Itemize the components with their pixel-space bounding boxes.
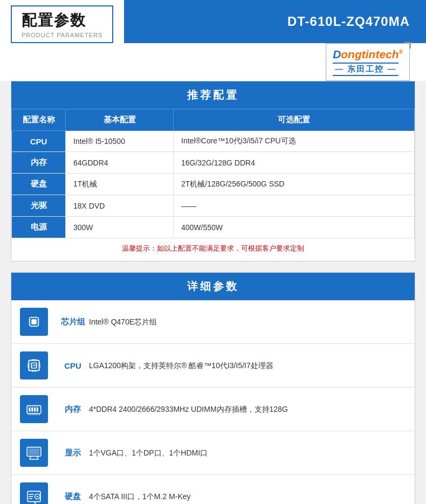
header: 配置参数 PRODUCT PARAMETERS DT-610L-ZQ470MA (0, 0, 426, 43)
svg-rect-32 (31, 408, 33, 412)
model-banner: DT-610L-ZQ470MA (124, 0, 426, 43)
row-label: CPU (12, 131, 66, 152)
detail-title: 详细参数 (187, 280, 239, 292)
row-label: 内存 (12, 152, 66, 174)
svg-line-43 (30, 456, 31, 459)
svg-rect-1 (31, 319, 37, 325)
table-row: CPU Intel® I5-10500 Intel®Core™10代i3/i5/… (12, 131, 415, 152)
page-subtitle: PRODUCT PARAMETERS (22, 32, 102, 38)
optional-config-cell: —— (174, 195, 415, 217)
detail-row-storage: 9 硬盘 4个SATA III口，1个M.2 M-Key (11, 475, 415, 504)
page-title: 配置参数 (22, 10, 102, 31)
optional-config-cell: Intel®Core™10代i3/i5/i7 CPU可选 (174, 131, 415, 152)
detail-row-display: 显示 1个VGA口、1个DP口、1个HDMI口 (11, 431, 415, 475)
detail-value-chipset: Intel® Q470E芯片组 (89, 316, 406, 328)
optional-config-cell: 16G/32G/128G DDR4 (174, 152, 415, 174)
detail-value-display: 1个VGA口、1个DP口、1个HDMI口 (89, 447, 406, 459)
svg-text:CPU: CPU (31, 364, 37, 367)
logo-area: Dongtintech® — 东田工控 — (0, 43, 426, 81)
detail-value-storage: 4个SATA III口，1个M.2 M-Key (89, 491, 406, 502)
svg-line-44 (37, 456, 38, 459)
svg-point-49 (37, 495, 38, 497)
detail-label-cpu: CPU (57, 361, 89, 370)
detail-row-memory: 内存 4*DDR4 2400/2666/2933MHz UDIMM内存插槽，支持… (11, 388, 415, 431)
row-label: 光驱 (12, 195, 66, 217)
chip-icon (20, 308, 48, 336)
config-table: 配置名称 基本配置 可选配置 CPU Intel® I5-10500 Intel… (11, 109, 415, 238)
svg-rect-33 (34, 408, 36, 412)
detail-label-storage: 硬盘 (57, 492, 89, 502)
optional-config-cell: 2T机械/128G/256G/500G SSD (174, 174, 415, 195)
detail-row-cpu: CPU CPU LGA1200构架，支持英特尔® 酷睿™10代I3/I5/I7处… (11, 344, 415, 388)
table-row: 电源 300W 400W/550W (12, 217, 415, 238)
recommended-title: 推荐配置 (187, 89, 239, 101)
detail-row-chipset: 芯片组 Intel® Q470E芯片组 (11, 300, 415, 344)
optional-config-cell: 400W/550W (174, 217, 415, 238)
logo-sub: — 东田工控 — (333, 63, 398, 76)
model-number: DT-610L-ZQ470MA (287, 14, 410, 29)
svg-rect-34 (37, 408, 38, 412)
col-header-name: 配置名称 (12, 109, 66, 131)
notice-text: 温馨提示：如以上配置不能满足要求，可根据客户要求定制 (11, 238, 415, 261)
table-row: 内存 64GDDR4 16G/32G/128G DDR4 (12, 152, 415, 174)
basic-config-cell: 64GDDR4 (66, 152, 174, 174)
logo-frame: Dongtintech® — 东田工控 — (326, 43, 410, 81)
svg-rect-31 (29, 408, 30, 412)
svg-text:9: 9 (34, 500, 36, 504)
logo-brand: Dongtintech® (333, 48, 403, 61)
recommended-header: 推荐配置 (11, 81, 415, 109)
hdd-icon: 9 (20, 482, 48, 504)
recommended-section: 推荐配置 配置名称 基本配置 可选配置 CPU Intel® I5-10500 … (11, 81, 415, 261)
table-row: 光驱 18X DVD —— (12, 195, 415, 217)
detail-value-cpu: LGA1200构架，支持英特尔® 酷睿™10代I3/I5/I7处理器 (89, 360, 406, 371)
display-icon (20, 439, 48, 467)
memory-icon (20, 395, 48, 423)
detail-label-memory: 内存 (57, 404, 89, 415)
basic-config-cell: 1T机械 (66, 174, 174, 195)
detail-section: 详细参数 芯片组 Intel® Q470E芯片组 CPU (11, 272, 415, 504)
title-box: 配置参数 PRODUCT PARAMETERS (11, 5, 113, 43)
detail-header: 详细参数 (11, 273, 415, 300)
svg-rect-46 (29, 448, 40, 455)
cpu-icon: CPU (20, 351, 48, 379)
table-row: 硬盘 1T机械 2T机械/128G/256G/500G SSD (12, 174, 415, 195)
row-label: 电源 (12, 217, 66, 238)
detail-label-display: 显示 (57, 448, 89, 458)
main-content: 推荐配置 配置名称 基本配置 可选配置 CPU Intel® I5-10500 … (0, 81, 426, 504)
basic-config-cell: 18X DVD (66, 195, 174, 217)
detail-value-memory: 4*DDR4 2400/2666/2933MHz UDIMM内存插槽，支持128… (89, 403, 406, 415)
row-label: 硬盘 (12, 174, 66, 195)
col-header-optional: 可选配置 (174, 109, 415, 131)
basic-config-cell: Intel® I5-10500 (66, 131, 174, 152)
page-wrapper: 配置参数 PRODUCT PARAMETERS DT-610L-ZQ470MA … (0, 0, 426, 504)
basic-config-cell: 300W (66, 217, 174, 238)
col-header-basic: 基本配置 (66, 109, 174, 131)
detail-label-chipset: 芯片组 (57, 317, 89, 327)
